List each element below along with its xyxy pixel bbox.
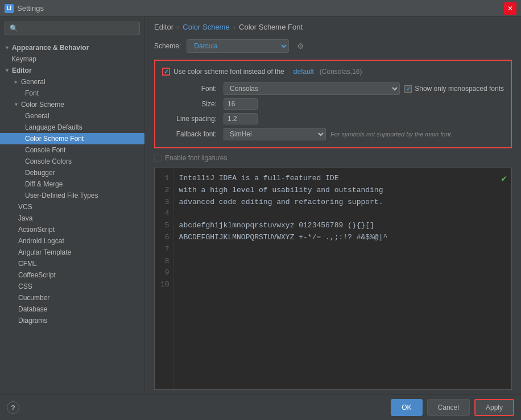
sidebar-item-console-colors[interactable]: Console Colors (0, 156, 144, 167)
title-bar-left: IJ Settings (5, 4, 44, 13)
sidebar-item-diagrams[interactable]: Diagrams (0, 315, 144, 326)
ligatures-label: Enable font ligatures (165, 154, 227, 162)
expand-icon: ▼ (5, 68, 10, 73)
sidebar-item-vcs[interactable]: VCS (0, 201, 144, 213)
use-font-checkbox[interactable]: ✓ (162, 68, 170, 76)
breadcrumb-sep-2: › (233, 23, 235, 31)
sidebar-item-color-scheme[interactable]: ▼ Color Scheme (0, 99, 144, 110)
sidebar-item-user-defined-file-types[interactable]: User-Defined File Types (0, 190, 144, 201)
sidebar-item-css[interactable]: CSS (0, 281, 144, 292)
scheme-select[interactable]: Darcula (187, 39, 289, 53)
line-num: 7 (160, 244, 169, 256)
sidebar-item-keymap[interactable]: Keymap (0, 53, 144, 65)
preview-area: 1 2 3 4 5 6 7 8 9 10 IntelliJ IDEA is a … (154, 168, 512, 390)
sidebar-item-cucumber[interactable]: Cucumber (0, 292, 144, 303)
breadcrumb-root: Editor (154, 23, 173, 31)
code-line-7 (179, 244, 506, 256)
sidebar-item-java[interactable]: Java (0, 213, 144, 224)
ligatures-checkbox[interactable] (154, 155, 162, 162)
scheme-label: Scheme: (154, 42, 181, 50)
expand-icon: ► (14, 79, 19, 85)
nav-tree: ▼ Appearance & Behavior Keymap ▼ Editor … (0, 40, 144, 394)
sidebar-item-android-logcat[interactable]: Android Logcat (0, 235, 144, 247)
btn-group: OK Cancel Apply (391, 399, 514, 416)
sidebar-item-language-defaults[interactable]: Language Defaults (0, 122, 144, 133)
breadcrumb-color-scheme[interactable]: Color Scheme (183, 23, 229, 31)
line-num: 1 (160, 173, 169, 185)
font-panel: ✓ Use color scheme font instead of the d… (154, 60, 512, 148)
default-detail: (Consolas,16) (320, 68, 362, 76)
font-label: Font: (162, 85, 219, 93)
sidebar-item-angular-template[interactable]: Angular Template (0, 247, 144, 258)
window-title: Settings (17, 4, 44, 13)
gear-button[interactable]: ⚙ (295, 40, 306, 52)
fallback-row: SimHei For symbols not supported by the … (224, 128, 504, 140)
sidebar-item-color-scheme-font[interactable]: Color Scheme Font (0, 133, 144, 144)
show-mono-label: ✓ Show only monospaced fonts (404, 85, 504, 93)
sidebar-item-general[interactable]: ► General (0, 76, 144, 88)
content-area: ▼ Appearance & Behavior Keymap ▼ Editor … (0, 17, 521, 394)
line-num: 3 (160, 197, 169, 209)
code-line-5: abcdefghijklmnopqrstuvwxyz 0123456789 ()… (179, 220, 506, 232)
help-button[interactable]: ? (7, 401, 19, 414)
show-mono-check-icon: ✓ (406, 86, 411, 92)
sidebar-item-appearance-behavior[interactable]: ▼ Appearance & Behavior (0, 42, 144, 53)
sidebar-item-debugger[interactable]: Debugger (0, 167, 144, 178)
fallback-select[interactable]: SimHei (224, 128, 326, 140)
sidebar-item-database[interactable]: Database (0, 303, 144, 315)
line-num: 8 (160, 256, 169, 268)
settings-body: Scheme: Darcula ⚙ ✓ Use color scheme fon… (145, 37, 521, 394)
search-input[interactable] (5, 22, 140, 35)
sidebar-item-actionscript[interactable]: ActionScript (0, 224, 144, 235)
checkbox-check-icon: ✓ (164, 68, 169, 76)
line-num: 4 (160, 208, 169, 220)
code-line-8 (179, 256, 506, 268)
line-num: 9 (160, 267, 169, 279)
sidebar-item-font[interactable]: Font (0, 88, 144, 99)
breadcrumb-sep-1: › (177, 23, 179, 31)
main-content: Editor › Color Scheme › Color Scheme Fon… (145, 17, 521, 394)
size-input[interactable] (224, 98, 258, 110)
cancel-button[interactable]: Cancel (427, 399, 470, 416)
code-line-6: ABCDEFGHIJKLMNOPQRSTUVWXYZ +-*/= .,;:!? … (179, 232, 506, 244)
sidebar-item-cfml[interactable]: CFML (0, 258, 144, 269)
default-link[interactable]: default (293, 68, 314, 76)
code-line-10 (179, 279, 506, 291)
size-field-row (224, 98, 504, 110)
sidebar-label: Color Scheme (21, 101, 64, 109)
check-mark-icon: ✔ (501, 173, 507, 184)
fallback-hint: For symbols not supported by the main fo… (330, 131, 453, 138)
app-icon-text: IJ (7, 5, 11, 11)
line-spacing-input[interactable] (224, 113, 258, 124)
code-line-3: advanced code editing and refactoring su… (179, 197, 506, 209)
code-line-4 (179, 208, 506, 220)
apply-button[interactable]: Apply (474, 399, 514, 416)
sidebar-item-editor[interactable]: ▼ Editor (0, 65, 144, 76)
expand-icon: ▼ (5, 45, 10, 51)
sidebar-item-coffeescript[interactable]: CoffeeScript (0, 269, 144, 281)
main-container: ▼ Appearance & Behavior Keymap ▼ Editor … (0, 17, 521, 420)
code-line-1: IntelliJ IDEA is a full-featured IDE (179, 173, 506, 185)
line-spacing-label: Line spacing: (162, 115, 219, 123)
sidebar-item-console-font[interactable]: Console Font (0, 144, 144, 156)
show-mono-text: Show only monospaced fonts (415, 85, 504, 93)
sidebar: ▼ Appearance & Behavior Keymap ▼ Editor … (0, 17, 145, 394)
scheme-row: Scheme: Darcula ⚙ (154, 39, 512, 53)
ligatures-row: Enable font ligatures (154, 154, 512, 162)
breadcrumb-current: Color Scheme Font (239, 23, 303, 31)
sidebar-item-diff-merge[interactable]: Diff & Merge (0, 178, 144, 190)
font-fields: Font: Consolas ✓ Show only monospaced fo… (162, 82, 504, 140)
line-num: 6 (160, 232, 169, 244)
ok-button[interactable]: OK (391, 399, 422, 416)
line-numbers: 1 2 3 4 5 6 7 8 9 10 (155, 168, 173, 389)
app-icon: IJ (5, 4, 14, 13)
font-select[interactable]: Consolas (224, 82, 400, 95)
close-button[interactable]: ✕ (504, 2, 516, 15)
sidebar-label: Appearance & Behavior (12, 44, 89, 52)
sidebar-item-color-scheme-general[interactable]: General (0, 110, 144, 122)
show-mono-checkbox[interactable]: ✓ (404, 85, 412, 93)
use-font-row: ✓ Use color scheme font instead of the d… (162, 68, 504, 76)
fallback-label: Fallback font: (162, 130, 219, 138)
code-lines: IntelliJ IDEA is a full-featured IDE wit… (173, 168, 511, 389)
sidebar-label: Editor (12, 66, 32, 74)
